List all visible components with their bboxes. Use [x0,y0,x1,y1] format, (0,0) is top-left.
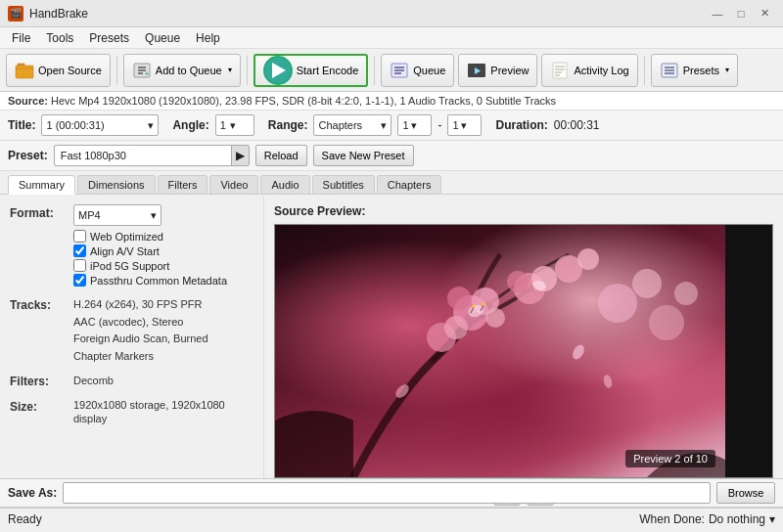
reload-button[interactable]: Reload [255,145,307,166]
web-optimized-row: Web Optimized [73,230,253,243]
titlebar: 🎬 HandBrake — □ ✕ [0,0,783,27]
range-to-select[interactable]: 1 ▾ [447,114,482,136]
tab-video[interactable]: Video [209,175,258,194]
svg-point-29 [444,316,468,339]
menu-presets[interactable]: Presets [81,29,137,47]
start-encode-label: Start Encode [297,65,359,76]
start-encode-button[interactable]: Start Encode [253,54,369,87]
svg-point-44 [483,303,485,306]
preset-arrow[interactable]: ▶ [231,146,249,165]
size-content: 1920x1080 storage, 1920x1080 display [73,398,253,425]
app-icon: 🎬 [8,6,23,22]
left-panel: Format: MP4 ▾ Web Optimized Align A/V St… [0,195,264,478]
align-av-checkbox[interactable] [73,244,86,257]
add-to-queue-button[interactable]: + Add to Queue ▾ [123,54,241,87]
open-source-button[interactable]: Open Source [6,54,111,87]
svg-point-35 [632,269,662,298]
menu-help[interactable]: Help [188,29,228,47]
saveas-input[interactable] [63,482,711,504]
tab-chapters[interactable]: Chapters [377,175,442,194]
format-select[interactable]: MP4 ▾ [73,204,161,226]
app-title: HandBrake [29,7,707,21]
start-icon [263,56,293,85]
svg-point-24 [485,308,505,328]
preview-title: Source Preview: [274,204,773,218]
minimize-button[interactable]: — [707,3,728,24]
saveas-row: Save As: Browse [0,478,783,508]
format-value: MP4 [78,209,149,221]
tab-dimensions[interactable]: Dimensions [77,175,155,194]
sep1 [116,56,117,85]
format-options: Web Optimized Align A/V Start iPod 5G Su… [73,230,253,287]
blossom-svg [275,225,725,477]
when-done-label: When Done: [639,512,705,526]
angle-select[interactable]: 1 ▾ [215,114,254,136]
title-select[interactable]: 1 (00:00:31) ▾ [41,114,159,136]
passthru-label: Passthru Common Metadata [90,275,227,287]
title-row: Title: 1 (00:00:31) ▾ Angle: 1 ▾ Range: … [0,111,783,141]
range-type-arrow: ▾ [381,119,387,132]
tracks-row: Tracks: H.264 (x264), 30 FPS PFR AAC (av… [10,296,253,365]
track-1: AAC (avcodec), Stereo [73,314,253,332]
menu-tools[interactable]: Tools [38,29,81,47]
save-preset-button[interactable]: Save New Preset [313,145,414,166]
queue-icon [390,61,409,80]
preview-icon [467,61,486,80]
passthru-checkbox[interactable] [73,274,86,287]
format-arrow: ▾ [151,209,157,222]
queue-button[interactable]: Queue [381,54,454,87]
open-source-icon [15,61,34,80]
tab-summary[interactable]: Summary [8,175,75,195]
ipod-5g-checkbox[interactable] [73,259,86,272]
tab-filters[interactable]: Filters [158,175,208,194]
svg-point-34 [598,284,637,323]
source-bar: Source: Hevc Mp4 1920x1080 (1920x1080), … [0,92,783,111]
tab-subtitles[interactable]: Subtitles [312,175,375,194]
preview-container: Preview 2 of 10 [274,224,773,478]
range-from-select[interactable]: 1 ▾ [397,114,432,136]
activity-log-button[interactable]: Activity Log [541,54,637,87]
preview-button[interactable]: Preview [458,54,537,87]
source-value: Hevc Mp4 1920x1080 (1920x1080), 23.98 FP… [51,95,556,107]
statusbar: Ready When Done: Do nothing ▾ [0,508,783,529]
maximize-button[interactable]: □ [730,3,752,24]
status-text: Ready [8,512,42,526]
when-done-area: When Done: Do nothing ▾ [639,512,775,526]
size-value: 1920x1080 storage, 1920x1080 display [73,399,225,424]
web-optimized-label: Web Optimized [90,231,163,243]
menubar: File Tools Presets Queue Help [0,27,783,49]
toolbar: Open Source + Add to Queue ▾ Start Encod… [0,49,783,92]
filters-value: Decomb [73,375,114,386]
add-queue-arrow: ▾ [228,66,232,74]
svg-point-31 [577,248,599,270]
title-dropdown-arrow: ▾ [148,119,154,132]
duration-value: 00:00:31 [554,118,600,132]
open-source-label: Open Source [38,65,102,76]
align-av-label: Align A/V Start [90,245,160,257]
close-button[interactable]: ✕ [754,3,775,24]
presets-button[interactable]: Presets ▾ [651,54,738,87]
right-panel: Source Preview: [264,195,783,478]
tab-audio[interactable]: Audio [260,175,309,194]
queue-label: Queue [413,65,445,76]
range-dash: - [438,118,441,132]
add-queue-icon: + [132,61,152,80]
format-row: Format: MP4 ▾ Web Optimized Align A/V St… [10,204,253,288]
format-content: MP4 ▾ Web Optimized Align A/V Start iPod… [73,204,253,288]
menu-file[interactable]: File [4,29,38,47]
browse-button[interactable]: Browse [716,482,775,504]
sep4 [644,56,645,85]
web-optimized-checkbox[interactable] [73,230,86,243]
tracks-content: H.264 (x264), 30 FPS PFR AAC (avcodec), … [73,296,253,365]
range-to-arrow: ▾ [461,119,467,132]
when-done-arrow[interactable]: ▾ [769,512,775,526]
tabs-row: Summary Dimensions Filters Video Audio S… [0,171,783,195]
menu-queue[interactable]: Queue [137,29,188,47]
svg-rect-0 [16,66,33,78]
presets-arrow: ▾ [725,66,729,74]
align-av-row: Align A/V Start [73,244,253,257]
range-type-select[interactable]: Chapters ▾ [313,114,392,136]
preset-label: Preset: [8,149,48,162]
preset-value: Fast 1080p30 [55,146,231,165]
activity-log-label: Activity Log [574,65,628,76]
